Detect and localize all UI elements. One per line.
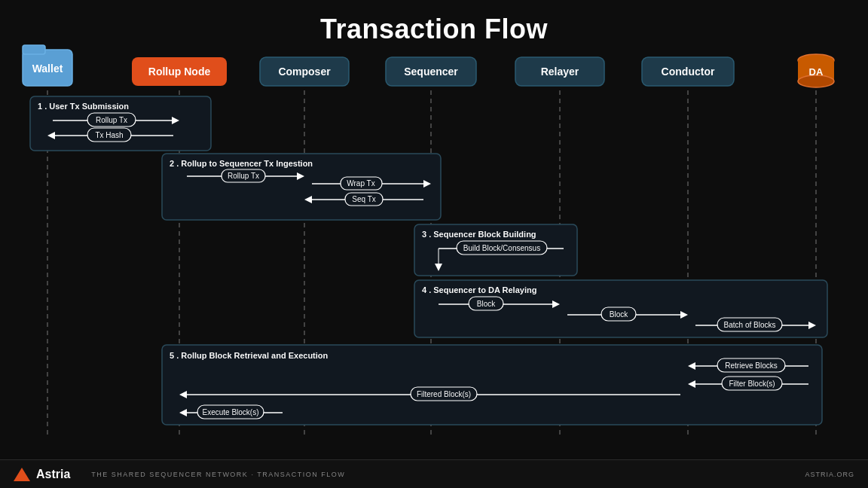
svg-text:DA: DA <box>809 66 824 78</box>
actor-composer: Composer <box>260 57 349 86</box>
svg-text:Rollup Node: Rollup Node <box>148 66 211 78</box>
section-5-title: 5 . Rollup Block Retrieval and Execution <box>170 351 329 360</box>
actor-da: DA <box>798 54 834 87</box>
footer: Astria THE SHARED SEQUENCER NETWORK · TR… <box>0 459 868 488</box>
svg-text:Batch of Blocks: Batch of Blocks <box>724 321 776 329</box>
svg-text:Tx Hash: Tx Hash <box>95 131 123 139</box>
svg-text:Filtered Block(s): Filtered Block(s) <box>417 390 471 398</box>
svg-text:Composer: Composer <box>278 66 331 78</box>
svg-text:Wallet: Wallet <box>32 63 63 75</box>
svg-text:Sequencer: Sequencer <box>404 66 458 78</box>
section-3-title: 3 . Sequencer Block Building <box>422 230 536 239</box>
svg-text:Rollup Tx: Rollup Tx <box>228 172 259 180</box>
brand-name: Astria <box>36 468 70 481</box>
svg-text:Retrieve Blocks: Retrieve Blocks <box>725 361 777 370</box>
section-1-title: 1 . User Tx Submission <box>38 102 129 111</box>
svg-text:Execute Block(s): Execute Block(s) <box>202 408 258 416</box>
section-2-title: 2 . Rollup to Sequencer Tx Ingestion <box>170 159 313 168</box>
svg-marker-30 <box>14 468 30 481</box>
astria-logo-icon <box>14 466 30 483</box>
actor-sequencer: Sequencer <box>386 57 476 86</box>
svg-text:Block: Block <box>610 310 628 319</box>
footer-url: ASTRIA.ORG <box>805 471 854 478</box>
svg-text:Block: Block <box>477 300 496 308</box>
svg-text:Build Block/Consensus: Build Block/Consensus <box>463 244 540 252</box>
section-4-title: 4 . Sequencer to DA Relaying <box>422 285 536 294</box>
svg-text:Rollup Tx: Rollup Tx <box>96 116 127 124</box>
svg-rect-1 <box>23 45 45 54</box>
svg-text:Wrap Tx: Wrap Tx <box>347 179 374 188</box>
actor-conductor: Conductor <box>642 57 734 86</box>
svg-text:Seq Tx: Seq Tx <box>352 195 376 203</box>
footer-tagline: THE SHARED SEQUENCER NETWORK · TRANSACTI… <box>91 471 345 478</box>
actor-wallet: Wallet <box>23 45 72 86</box>
svg-text:Filter Block(s): Filter Block(s) <box>729 380 775 388</box>
svg-text:Conductor: Conductor <box>662 66 715 78</box>
svg-text:Relayer: Relayer <box>541 66 579 78</box>
actor-rollup: Rollup Node <box>132 57 227 86</box>
actor-relayer: Relayer <box>515 57 604 86</box>
